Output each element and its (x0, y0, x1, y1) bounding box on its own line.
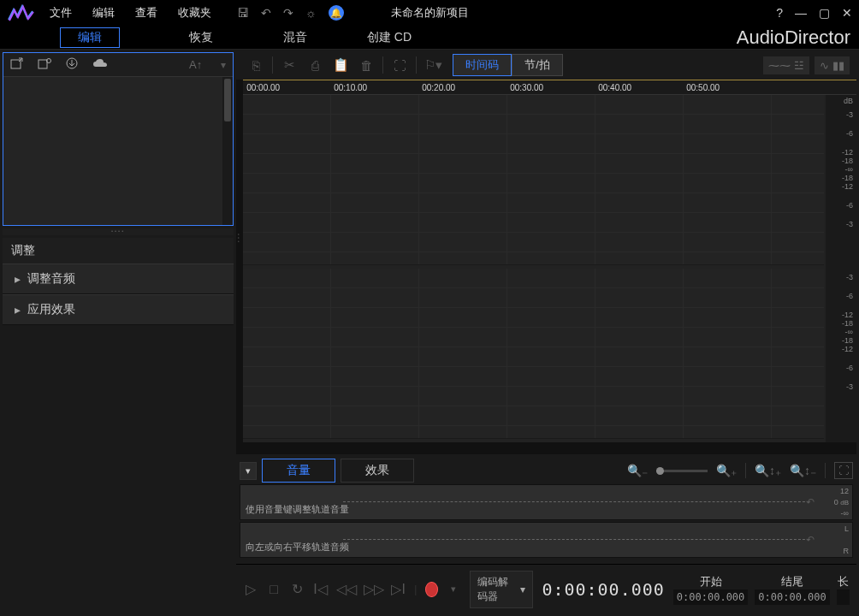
brand-label: AudioDirector (737, 27, 850, 49)
cut-icon[interactable]: ✂ (276, 57, 302, 73)
menu-file[interactable]: 文件 (50, 5, 72, 21)
time-fields: 开始0:00:00.000 结尾0:00:00.000 长 (673, 574, 850, 605)
waveform-main: 00:00.00 00:10.00 00:20.00 00:30.00 00:4… (243, 80, 856, 454)
settings-icon[interactable]: ☼ (305, 6, 317, 20)
tab-mix[interactable]: 混音 (248, 30, 342, 45)
dropdown-icon[interactable]: ▾ (221, 59, 226, 71)
close-icon[interactable]: ✕ (842, 6, 852, 20)
db-unit: dB (844, 97, 853, 105)
record-dropdown-icon[interactable]: ▾ (447, 583, 461, 595)
envelope-menu-button[interactable]: ▾ (240, 462, 257, 480)
media-toolbar: A↑ ▾ (3, 53, 233, 77)
pan-envelope-label: 向左或向右平移轨道音频 (246, 541, 349, 554)
prev-button[interactable]: I◁ (313, 581, 328, 597)
timecode-toggle[interactable]: 时间码 (453, 54, 512, 76)
zoom-v-out-icon[interactable]: 🔍↕₋ (790, 464, 816, 477)
rewind-button[interactable]: ◁◁ (336, 581, 355, 597)
record-icon[interactable] (38, 57, 51, 72)
ruler-tick: 00:30.00 (510, 83, 543, 92)
time-mode-toggle: 时间码 节/拍 (453, 54, 563, 76)
redo-icon[interactable]: ↷ (283, 6, 293, 20)
end-time-field[interactable]: 结尾0:00:00.000 (755, 574, 829, 605)
loop-button[interactable]: ↻ (290, 581, 305, 597)
forward-button[interactable]: ▷▷ (364, 581, 382, 597)
time-ruler[interactable]: 00:00.00 00:10.00 00:20.00 00:30.00 00:4… (243, 80, 856, 95)
minimize-icon[interactable]: — (795, 6, 807, 20)
pan-envelope-row[interactable]: 向左或向右平移轨道音频 LR ↶ (240, 522, 853, 558)
spectral-view-icon[interactable]: ∿ (820, 59, 829, 72)
zoom-out-icon[interactable]: 🔍₋ (627, 464, 648, 477)
expand-icon: ▸ (15, 303, 21, 317)
next-button[interactable]: ▷I (391, 581, 406, 597)
waveform-toolbar: ⎘ ✂ ⎙ 📋 🗑 ⛶ ⚐▾ 时间码 节/拍 ⁓⁓☳ ∿▮▮ (236, 52, 856, 78)
save-icon[interactable]: 🖫 (237, 6, 249, 20)
project-title: 未命名的新项目 (391, 5, 469, 21)
menu-edit[interactable]: 编辑 (92, 5, 115, 21)
adjust-audio-label: 调整音频 (27, 271, 75, 287)
fit-screen-icon[interactable]: ⛶ (834, 462, 853, 479)
record-button[interactable] (425, 582, 438, 597)
delete-icon[interactable]: 🗑 (353, 58, 379, 73)
apply-effects-item[interactable]: ▸应用效果 (3, 294, 234, 325)
db-scale: dB -3-6 -12-18 -∞-18 -12-6 -3 -3-6 -12-1… (826, 95, 856, 442)
media-library: A↑ ▾ (3, 52, 234, 226)
text-size-button[interactable]: A↑ (189, 58, 202, 71)
help-icon[interactable]: ? (776, 6, 783, 20)
volume-envelope-row[interactable]: 使用音量键调整轨道音量 12 0 dB -∞ ↶ (240, 484, 853, 520)
copy-clip-icon[interactable]: ⎘ (243, 58, 269, 73)
adjust-spacer (3, 325, 234, 613)
title-bar: 文件 编辑 查看 收藏夹 🖫 ↶ ↷ ☼ 🔔 未命名的新项目 ? — ▢ ✕ (0, 0, 859, 26)
marker-icon[interactable]: ⚐▾ (420, 57, 446, 73)
transport-bar: ▷ □ ↻ I◁ ◁◁ ▷▷ ▷I | ▾ 编码解码器▾ 0:00:00.000… (236, 564, 856, 613)
timeline-gutter[interactable]: ••• (236, 80, 243, 454)
zoom-in-icon[interactable]: 🔍₊ (716, 464, 737, 477)
zoom-slider[interactable] (656, 470, 708, 472)
cloud-icon[interactable] (92, 58, 108, 71)
copy-icon[interactable]: ⎙ (302, 58, 328, 73)
envelope-toolbar: ▾ 音量 效果 🔍₋ 🔍₊ 🔍↕₊ 🔍↕₋ ⛶ (236, 459, 856, 483)
wave-view-icon[interactable]: ⁓⁓ (768, 59, 791, 72)
waveform-area: ••• 00:00.00 00:10.00 00:20.00 00:30.00 … (236, 80, 856, 454)
tab-restore[interactable]: 恢复 (154, 30, 248, 45)
zoom-controls: 🔍₋ 🔍₊ 🔍↕₊ 🔍↕₋ ⛶ (627, 462, 853, 479)
left-panel: A↑ ▾ •••• 调整 ▸调整音频 ▸应用效果 (0, 50, 236, 616)
media-scrollbar[interactable] (222, 77, 233, 225)
ruler-tick: 00:00.00 (246, 83, 280, 92)
media-content[interactable] (3, 77, 233, 225)
effects-tab[interactable]: 效果 (341, 459, 414, 483)
panel-gripper[interactable]: •••• (3, 228, 234, 235)
menu-view[interactable]: 查看 (135, 5, 157, 21)
spectrum-icon[interactable]: ▮▮ (832, 59, 844, 72)
maximize-icon[interactable]: ▢ (819, 6, 830, 20)
length-field[interactable]: 长 (837, 574, 850, 605)
tab-cd[interactable]: 创建 CD (342, 30, 436, 45)
undo-pan-icon[interactable]: ↶ (806, 534, 815, 546)
tab-edit[interactable]: 编辑 (60, 27, 120, 48)
undo-icon[interactable]: ↶ (261, 6, 271, 20)
import-icon[interactable] (10, 57, 24, 72)
paste-icon[interactable]: 📋 (328, 57, 353, 73)
stop-button[interactable]: □ (266, 582, 281, 597)
waveform-display[interactable]: dB -3-6 -12-18 -∞-18 -12-6 -3 -3-6 -12-1… (243, 95, 856, 442)
workspace: A↑ ▾ •••• 调整 ▸调整音频 ▸应用效果 ⎘ ✂ ⎙ 📋 🗑 ⛶ ⚐▾ (0, 50, 859, 616)
download-icon[interactable] (65, 57, 79, 72)
undo-envelope-icon[interactable]: ↶ (806, 496, 815, 508)
view-icons: ⁓⁓☳ ∿▮▮ (763, 56, 850, 74)
volume-tab[interactable]: 音量 (262, 459, 335, 483)
eq-view-icon[interactable]: ☳ (794, 59, 804, 72)
notification-icon[interactable]: 🔔 (329, 5, 344, 21)
play-button[interactable]: ▷ (243, 581, 258, 597)
beat-toggle[interactable]: 节/拍 (512, 54, 563, 76)
adjust-audio-item[interactable]: ▸调整音频 (3, 264, 234, 294)
horizontal-scrollbar[interactable] (243, 442, 856, 454)
menu-favorites[interactable]: 收藏夹 (178, 5, 211, 21)
crop-icon[interactable]: ⛶ (387, 58, 412, 73)
window-controls: ? — ▢ ✕ (776, 6, 852, 20)
current-time: 0:00:00.000 (542, 579, 664, 600)
zoom-v-in-icon[interactable]: 🔍↕₊ (755, 464, 781, 477)
start-time-field[interactable]: 开始0:00:00.000 (673, 574, 748, 605)
adjust-title: 调整 (3, 238, 234, 264)
mode-tabs: 编辑 恢复 混音 创建 CD AudioDirector (0, 26, 859, 50)
adjust-scrollbar[interactable] (223, 325, 234, 613)
codec-dropdown[interactable]: 编码解码器▾ (470, 571, 533, 608)
